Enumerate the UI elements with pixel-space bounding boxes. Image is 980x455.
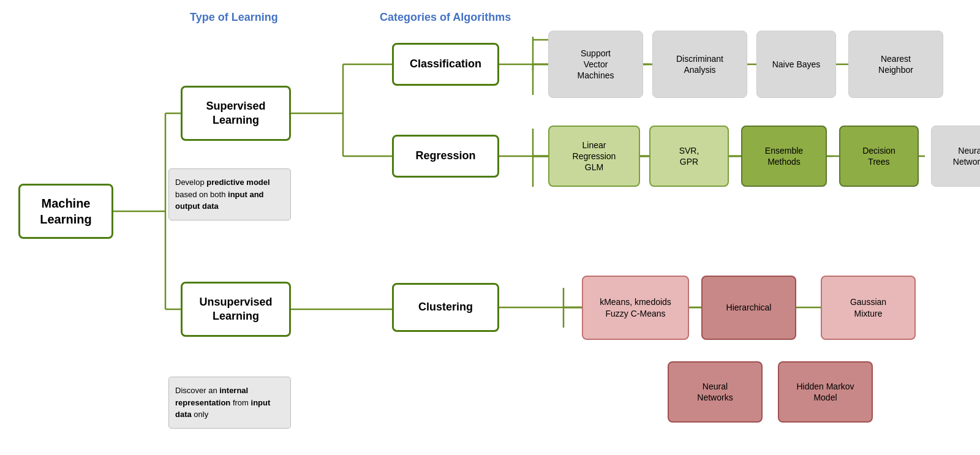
supervised-learning-box: SupervisedLearning [181, 86, 291, 141]
svr-gpr-box: SVR,GPR [649, 126, 729, 187]
header-type-label: Type of Learning [190, 11, 278, 24]
kmeans-box: kMeans, kmedoidsFuzzy C-Means [582, 276, 689, 340]
regression-box: Regression [392, 135, 499, 178]
linear-regression-box: LinearRegressionGLM [548, 126, 640, 187]
clustering-box: Clustering [392, 283, 499, 332]
hidden-markov-box: Hidden MarkovModel [778, 361, 873, 423]
neural-networks-regression-box: NeuralNetworks [931, 126, 980, 187]
svm-box: SupportVectorMachines [548, 31, 643, 98]
unsupervised-learning-box: UnsupervisedLearning [181, 282, 291, 337]
nearest-neighbor-box: NearestNeighbor [848, 31, 943, 98]
unsupervised-description: Discover an internal representation from… [168, 377, 291, 429]
header-categories-label: Categories of Algorithms [380, 11, 511, 24]
classification-box: Classification [392, 43, 499, 86]
ensemble-methods-box: EnsembleMethods [741, 126, 827, 187]
neural-networks-unsupervised-box: NeuralNetworks [668, 361, 763, 423]
hierarchical-box: Hierarchical [701, 276, 796, 340]
gaussian-mixture-box: GaussianMixture [821, 276, 916, 340]
discriminant-analysis-box: DiscriminantAnalysis [652, 31, 747, 98]
machine-learning-box: MachineLearning [18, 184, 113, 239]
decision-trees-box: DecisionTrees [839, 126, 919, 187]
supervised-description: Develop predictive model based on both i… [168, 168, 291, 220]
naive-bayes-box: Naive Bayes [756, 31, 836, 98]
